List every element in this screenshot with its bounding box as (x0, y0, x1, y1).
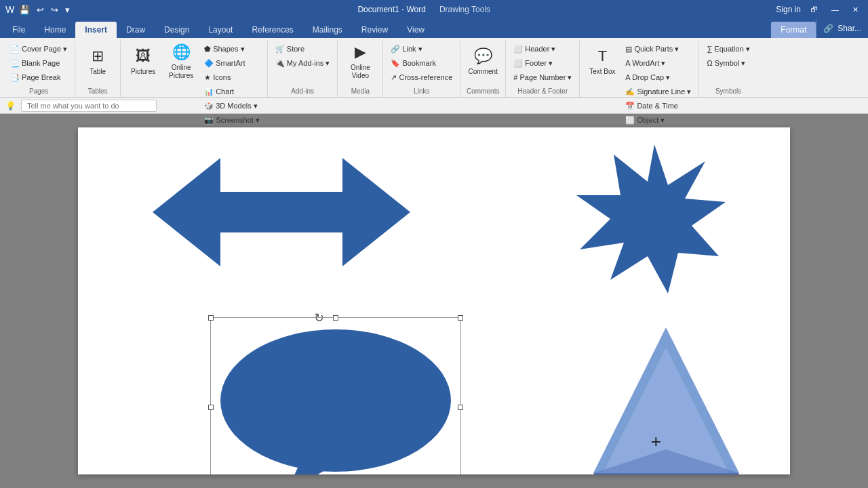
ribbon-tabs: File Home Insert Draw Design Layout Refe… (0, 19, 771, 38)
text-buttons: T Text Box ▤ Quick Parts ▾ A WordArt ▾ A… (584, 42, 694, 127)
illustrations-col: ⬟ Shapes ▾ 🔷 SmartArt ★ Icons 📊 Chart 🎲 … (201, 42, 263, 127)
btn-chart[interactable]: 📊 Chart (201, 85, 263, 98)
page-break-icon: 📑 (10, 73, 20, 82)
ribbon-group-tables: ⊞ Table Tables (75, 41, 121, 97)
media-buttons: ▶ Online Video (342, 42, 378, 87)
btn-screenshot[interactable]: 📷 Screenshot ▾ (201, 113, 263, 127)
pages-col: 📄 Cover Page ▾ 📃 Blank Page 📑 Page Break (7, 42, 71, 84)
tab-design[interactable]: Design (155, 22, 199, 38)
title-bar-right: Sign in 🗗 — ✕ (776, 4, 863, 16)
tab-review[interactable]: Review (352, 22, 397, 38)
svg-marker-0 (153, 158, 410, 266)
tab-draw[interactable]: Draw (117, 22, 155, 38)
smartart-icon: 🔷 (204, 59, 214, 68)
btn-cover-page[interactable]: 📄 Cover Page ▾ (7, 42, 71, 56)
btn-table[interactable]: ⊞ Table (79, 42, 116, 81)
btn-bookmark[interactable]: 🔖 Bookmark (387, 56, 456, 70)
restore-btn[interactable]: 🗗 (806, 4, 822, 15)
addins-col: 🛒 Store 🔌 My Add-ins ▾ (272, 42, 333, 70)
shapes-icon: ⬟ (204, 45, 211, 54)
btn-object[interactable]: ⬜ Object ▾ (622, 113, 694, 127)
header-footer-buttons: ⬜ Header ▾ ⬜ Footer ▾ # Page Number ▾ (510, 42, 575, 87)
screenshot-icon: 📷 (204, 116, 214, 125)
title-bar: W 💾 ↩ ↪ ▾ Document1 - Word Drawing Tools… (0, 0, 868, 19)
btn-online-pictures[interactable]: 🌐 Online Pictures (163, 42, 199, 81)
text-box-icon: T (598, 47, 607, 65)
tab-file[interactable]: File (3, 22, 35, 38)
header-footer-col: ⬜ Header ▾ ⬜ Footer ▾ # Page Number ▾ (510, 42, 575, 84)
btn-drop-cap[interactable]: A Drop Cap ▾ (622, 70, 694, 84)
btn-quick-parts[interactable]: ▤ Quick Parts ▾ (622, 42, 694, 56)
addins-buttons: 🛒 Store 🔌 My Add-ins ▾ (272, 42, 333, 87)
tables-label: Tables (88, 87, 108, 97)
btn-comment[interactable]: 💬 Comment (465, 42, 501, 81)
save-btn[interactable]: 💾 (17, 4, 32, 16)
cover-page-icon: 📄 (10, 45, 20, 54)
cursor-plus: + (651, 432, 661, 450)
btn-page-number[interactable]: # Page Number ▾ (510, 70, 575, 84)
minimize-btn[interactable]: — (827, 4, 843, 15)
share-icon: 🔗 (823, 24, 833, 33)
ribbon-group-pages: 📄 Cover Page ▾ 📃 Blank Page 📑 Page Break… (3, 41, 75, 97)
ribbon-group-text: T Text Box ▤ Quick Parts ▾ A WordArt ▾ A… (580, 41, 699, 97)
table-label: Table (90, 68, 106, 76)
btn-wordart[interactable]: A WordArt ▾ (622, 56, 694, 70)
close-btn[interactable]: ✕ (848, 4, 863, 16)
text-box-label: Text Box (589, 68, 615, 76)
share-label[interactable]: Shar... (837, 24, 861, 33)
btn-link[interactable]: 🔗 Link ▾ (387, 42, 456, 56)
search-bar: 💡 (0, 98, 868, 114)
ribbon-group-symbols: ∑ Equation ▾ Ω Symbol ▾ Symbols (699, 41, 757, 97)
online-video-icon: ▶ (355, 43, 366, 61)
document-title: Document1 - Word (357, 5, 425, 14)
btn-cross-reference[interactable]: ↗ Cross-reference (387, 70, 456, 84)
pictures-icon: 🖼 (136, 47, 151, 65)
comment-label: Comment (469, 68, 498, 76)
illustrations-buttons: 🖼 Pictures 🌐 Online Pictures ⬟ Shapes ▾ … (125, 42, 263, 127)
sign-in-btn[interactable]: Sign in (776, 5, 801, 14)
tab-format[interactable]: Format (771, 22, 816, 38)
ellipse-shape[interactable] (212, 319, 459, 474)
btn-symbol[interactable]: Ω Symbol ▾ (703, 56, 753, 70)
my-addins-icon: 🔌 (275, 59, 285, 68)
btn-date-time[interactable]: 📅 Date & Time (622, 99, 694, 113)
btn-text-box[interactable]: T Text Box (584, 42, 620, 81)
table-icon: ⊞ (92, 47, 104, 65)
btn-signature[interactable]: ✍ Signature Line ▾ (622, 85, 694, 98)
customize-btn[interactable]: ▾ (63, 4, 72, 16)
btn-icons[interactable]: ★ Icons (201, 70, 263, 84)
btn-3d-models[interactable]: 🎲 3D Models ▾ (201, 99, 263, 113)
btn-page-break[interactable]: 📑 Page Break (7, 70, 71, 84)
comments-buttons: 💬 Comment (465, 42, 501, 87)
links-label: Links (414, 87, 429, 97)
tell-me-input[interactable] (21, 100, 157, 112)
ribbon-group-media: ▶ Online Video Media (338, 41, 383, 97)
btn-blank-page[interactable]: 📃 Blank Page (7, 56, 71, 70)
btn-shapes[interactable]: ⬟ Shapes ▾ (201, 42, 263, 56)
links-buttons: 🔗 Link ▾ 🔖 Bookmark ↗ Cross-reference (387, 42, 456, 87)
btn-smartart[interactable]: 🔷 SmartArt (201, 56, 263, 70)
btn-pictures[interactable]: 🖼 Pictures (125, 42, 161, 81)
hourglass-shape[interactable] (593, 327, 739, 474)
starburst-shape[interactable] (573, 144, 736, 293)
double-arrow-shape[interactable] (153, 151, 410, 293)
blank-page-icon: 📃 (10, 59, 20, 68)
3d-models-icon: 🎲 (204, 102, 214, 110)
tab-mailings[interactable]: Mailings (303, 22, 352, 38)
text-col: ▤ Quick Parts ▾ A WordArt ▾ A Drop Cap ▾… (622, 42, 694, 127)
word-icon: W (5, 4, 14, 15)
btn-my-addins[interactable]: 🔌 My Add-ins ▾ (272, 56, 333, 70)
tab-references[interactable]: References (242, 22, 302, 38)
tab-layout[interactable]: Layout (199, 22, 242, 38)
btn-header[interactable]: ⬜ Header ▾ (510, 42, 575, 56)
tab-view[interactable]: View (397, 22, 434, 38)
btn-equation[interactable]: ∑ Equation ▾ (703, 42, 753, 56)
btn-footer[interactable]: ⬜ Footer ▾ (510, 56, 575, 70)
btn-online-video[interactable]: ▶ Online Video (342, 42, 378, 81)
undo-btn[interactable]: ↩ (35, 4, 46, 16)
tab-insert[interactable]: Insert (75, 22, 117, 38)
ribbon-tabs-bar: File Home Insert Draw Design Layout Refe… (0, 19, 868, 38)
redo-btn[interactable]: ↪ (49, 4, 60, 16)
tab-home[interactable]: Home (35, 22, 75, 38)
btn-store[interactable]: 🛒 Store (272, 42, 333, 56)
